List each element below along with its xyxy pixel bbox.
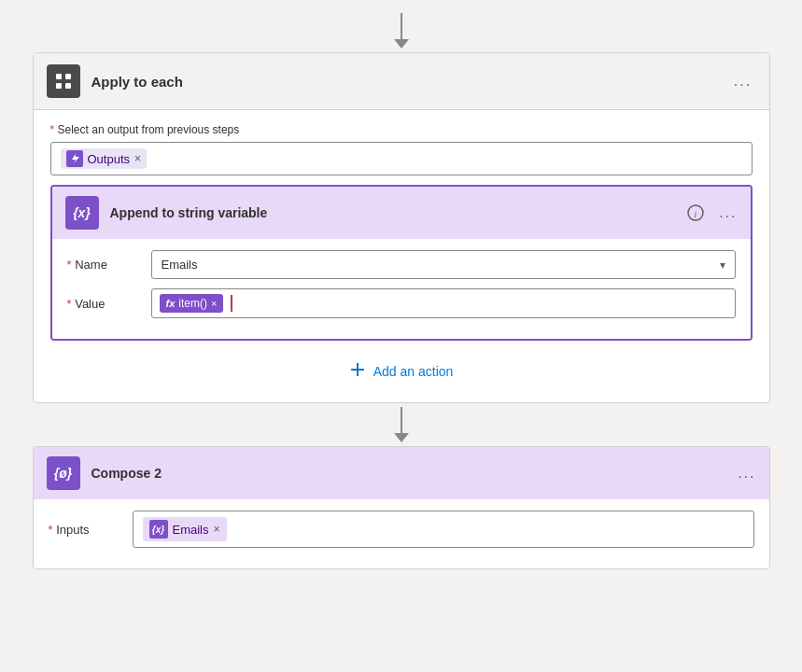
- flow-canvas: Apply to each ... * Select an output fro…: [0, 0, 802, 588]
- top-arrow-connector: [394, 13, 409, 49]
- emails-token: {x} Emails ×: [143, 517, 227, 541]
- svg-text:i: i: [695, 209, 697, 219]
- append-string-variable-card: {x} Append to string variable i ...: [50, 185, 753, 341]
- svg-rect-0: [56, 74, 62, 79]
- text-cursor: [231, 295, 232, 312]
- apply-to-each-menu-button[interactable]: ...: [730, 68, 756, 94]
- outputs-token-close-button[interactable]: ×: [134, 153, 141, 164]
- middle-arrow-connector: [394, 407, 409, 442]
- fx-token-close-button[interactable]: ×: [211, 298, 217, 309]
- name-field-label: * Name: [67, 258, 142, 272]
- compose2-menu-button[interactable]: ...: [738, 465, 755, 482]
- loop-icon: [54, 72, 73, 91]
- append-string-variable-menu-button[interactable]: ...: [719, 204, 737, 221]
- compose2-title: Compose 2: [91, 466, 727, 481]
- fx-icon: fx: [166, 298, 176, 309]
- arrow-line-2: [401, 407, 402, 433]
- emails-token-icon: {x}: [149, 520, 168, 539]
- inputs-field-label: * Inputs: [49, 523, 123, 537]
- append-string-variable-icon: {x}: [65, 196, 99, 230]
- arrow-head: [394, 39, 409, 49]
- outputs-token-icon: [66, 150, 83, 167]
- fx-expression-token: fx item() ×: [160, 294, 224, 313]
- apply-to-each-icon: [47, 64, 80, 98]
- name-field-row: * Name Emails ▾: [67, 250, 736, 279]
- svg-rect-7: [351, 369, 364, 371]
- emails-token-close-button[interactable]: ×: [214, 523, 220, 536]
- value-field-label: * Value: [67, 297, 142, 311]
- add-action-icon: [349, 361, 366, 382]
- append-string-variable-header: {x} Append to string variable i ...: [52, 187, 751, 239]
- append-string-variable-body: * Name Emails ▾ * Value: [52, 239, 751, 339]
- arrow-head-2: [394, 433, 409, 442]
- add-action-button[interactable]: Add an action: [373, 364, 454, 379]
- apply-to-each-title: Apply to each: [91, 74, 719, 90]
- compose2-card: {ø} Compose 2 ... * Inputs {x} Emails ×: [33, 446, 770, 569]
- value-field-row: * Value fx item() ×: [67, 288, 736, 318]
- compose2-header: {ø} Compose 2 ...: [34, 447, 769, 499]
- name-dropdown-chevron-icon: ▾: [720, 259, 725, 272]
- outputs-token-text: Outputs: [88, 152, 131, 166]
- svg-rect-2: [56, 83, 62, 89]
- name-dropdown[interactable]: Emails ▾: [151, 250, 736, 279]
- inputs-field-row: * Inputs {x} Emails ×: [49, 511, 754, 548]
- select-output-label: * Select an output from previous steps: [50, 123, 753, 136]
- info-icon: i: [687, 204, 704, 221]
- name-dropdown-value: Emails: [162, 258, 198, 272]
- outputs-token: Outputs ×: [61, 148, 148, 169]
- add-action-container: Add an action: [50, 346, 753, 389]
- fx-token-text: item(): [178, 297, 207, 310]
- append-string-variable-title: Append to string variable: [110, 205, 673, 220]
- emails-token-text: Emails: [173, 523, 209, 537]
- append-string-variable-info-button[interactable]: i: [683, 201, 708, 225]
- compose2-body: * Inputs {x} Emails ×: [34, 499, 769, 568]
- select-output-input[interactable]: Outputs ×: [50, 142, 753, 175]
- compose2-icon: {ø}: [47, 456, 80, 490]
- inputs-token-input[interactable]: {x} Emails ×: [133, 511, 754, 548]
- apply-to-each-header: Apply to each ...: [34, 53, 769, 110]
- apply-to-each-card: Apply to each ... * Select an output fro…: [33, 52, 770, 403]
- svg-rect-3: [65, 83, 71, 89]
- value-input-field[interactable]: fx item() ×: [151, 288, 736, 318]
- arrow-line: [401, 13, 402, 39]
- add-action-svg-icon: [349, 361, 366, 378]
- apply-to-each-body: * Select an output from previous steps O…: [34, 110, 769, 402]
- svg-rect-1: [65, 74, 71, 79]
- lightning-icon: [69, 153, 80, 164]
